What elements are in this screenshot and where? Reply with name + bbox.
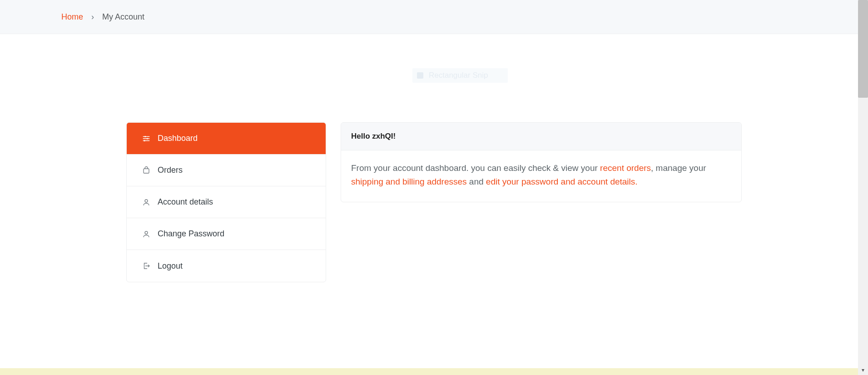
logout-icon xyxy=(141,262,151,270)
user-icon xyxy=(141,198,151,206)
sidebar-item-label: Dashboard xyxy=(158,134,198,143)
footer-strip xyxy=(0,368,868,375)
link-recent-orders[interactable]: recent orders xyxy=(600,163,651,173)
sidebar-item-change-password[interactable]: Change Password xyxy=(127,218,326,250)
snip-mode-label: Rectangular Snip xyxy=(429,71,488,80)
snip-mode-icon xyxy=(417,72,423,79)
breadcrumb-separator: › xyxy=(91,12,94,22)
dashboard-text: and xyxy=(467,177,486,186)
main-container: Dashboard Orders Account details xyxy=(0,122,868,282)
svg-point-3 xyxy=(147,138,148,139)
snip-tool-overlay: Rectangular Snip xyxy=(412,68,508,83)
sidebar-item-label: Change Password xyxy=(158,229,224,239)
dashboard-text: , manage your xyxy=(651,163,706,173)
sliders-icon xyxy=(141,135,151,143)
sidebar-item-orders[interactable]: Orders xyxy=(127,155,326,186)
svg-point-8 xyxy=(145,231,148,234)
breadcrumb-current: My Account xyxy=(102,12,144,22)
sidebar-item-logout[interactable]: Logout xyxy=(127,250,326,282)
scrollbar-thumb[interactable] xyxy=(858,0,868,98)
dashboard-greeting: Hello zxhQI! xyxy=(341,123,741,150)
dashboard-panel: Hello zxhQI! From your account dashboard… xyxy=(341,122,742,202)
svg-point-5 xyxy=(144,140,145,141)
sidebar-item-label: Orders xyxy=(158,165,183,175)
sidebar-item-label: Account details xyxy=(158,197,213,207)
svg-point-1 xyxy=(144,136,146,137)
sidebar-item-account-details[interactable]: Account details xyxy=(127,186,326,218)
breadcrumb-home-link[interactable]: Home xyxy=(61,12,83,22)
svg-point-7 xyxy=(145,200,148,202)
sidebar-item-label: Logout xyxy=(158,261,183,271)
user-icon xyxy=(141,230,151,238)
sidebar-item-dashboard[interactable]: Dashboard xyxy=(127,123,326,155)
account-sidebar: Dashboard Orders Account details xyxy=(126,122,326,282)
dashboard-body: From your account dashboard. you can eas… xyxy=(341,150,741,202)
svg-rect-6 xyxy=(144,169,149,173)
link-account-details[interactable]: edit your password and account details. xyxy=(486,177,638,186)
bag-icon xyxy=(141,166,151,175)
dashboard-text: From your account dashboard. you can eas… xyxy=(351,163,600,173)
scrollbar-down-arrow[interactable]: ▾ xyxy=(859,366,867,374)
breadcrumb: Home › My Account xyxy=(0,0,868,34)
link-addresses[interactable]: shipping and billing addresses xyxy=(351,177,467,186)
